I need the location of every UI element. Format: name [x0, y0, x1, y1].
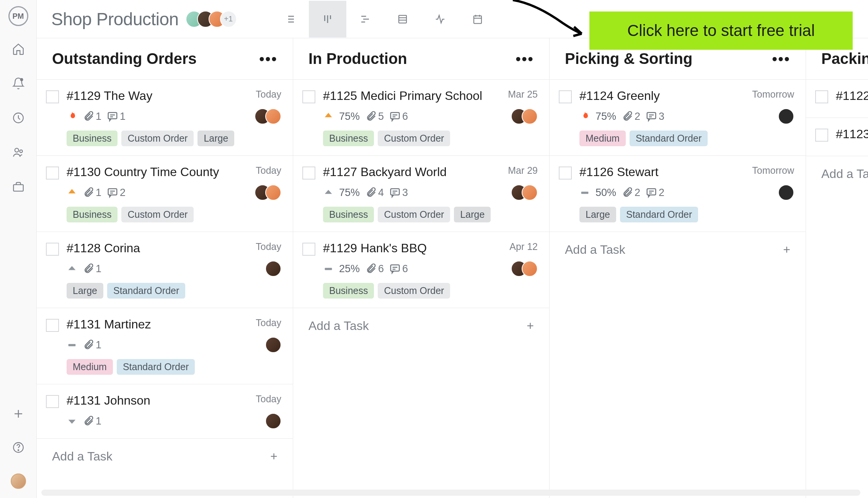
tag[interactable]: Large — [67, 283, 103, 299]
attachment-count[interactable]: 1 — [83, 187, 101, 199]
help-icon[interactable] — [11, 440, 26, 455]
assignee-avatars[interactable] — [511, 185, 538, 201]
assignee-avatars[interactable] — [265, 337, 281, 353]
attachment-count[interactable]: 1 — [83, 263, 101, 275]
task-card[interactable]: #1122 — [806, 80, 868, 118]
task-checkbox[interactable] — [559, 90, 572, 103]
horizontal-scrollbar[interactable] — [41, 490, 860, 496]
tag[interactable]: Large — [454, 207, 491, 222]
task-card[interactable]: #1126 Stewart Tomorrow 50%22 LargeStanda… — [550, 156, 806, 232]
tag[interactable]: Standard Order — [620, 207, 698, 222]
tag[interactable]: Business — [67, 207, 117, 222]
tag[interactable]: Custom Order — [121, 207, 194, 222]
notifications-icon[interactable] — [11, 76, 26, 91]
task-checkbox[interactable] — [46, 167, 59, 180]
add-task-button[interactable]: Add a Task+ — [37, 439, 293, 474]
task-checkbox[interactable] — [302, 243, 315, 256]
tag[interactable]: Business — [323, 207, 374, 222]
task-card[interactable]: #1131 Johnson Today 1 — [37, 384, 293, 439]
task-checkbox[interactable] — [815, 129, 828, 142]
team-icon[interactable] — [11, 145, 26, 160]
comment-count[interactable]: 2 — [107, 187, 126, 199]
svg-rect-18 — [647, 189, 656, 195]
members-overflow[interactable]: +1 — [220, 11, 237, 28]
task-card[interactable]: #1130 Country Time County Today 12 Busin… — [37, 156, 293, 232]
column-menu-icon[interactable]: ••• — [516, 55, 534, 63]
attachment-count[interactable]: 1 — [83, 111, 101, 122]
tag[interactable]: Medium — [67, 359, 113, 375]
comment-count[interactable]: 2 — [646, 187, 664, 199]
attachment-count[interactable]: 5 — [365, 111, 384, 122]
logo[interactable]: PM — [8, 6, 28, 26]
attachment-count[interactable]: 2 — [622, 187, 640, 199]
task-checkbox[interactable] — [46, 395, 59, 408]
tag[interactable]: Standard Order — [107, 283, 185, 299]
activity-view-tab[interactable] — [421, 1, 459, 38]
assignee-avatars[interactable] — [265, 413, 281, 429]
tag[interactable]: Business — [323, 283, 374, 299]
tag[interactable]: Standard Order — [630, 131, 708, 146]
recent-icon[interactable] — [11, 110, 26, 126]
tag[interactable]: Custom Order — [121, 131, 194, 146]
home-icon[interactable] — [11, 41, 26, 57]
task-checkbox[interactable] — [559, 167, 572, 180]
task-checkbox[interactable] — [46, 243, 59, 256]
attachment-count[interactable]: 4 — [365, 187, 384, 199]
add-task-button[interactable]: Add a Task+ — [550, 232, 806, 268]
tag[interactable]: Large — [197, 131, 234, 146]
tag[interactable]: Large — [579, 207, 616, 222]
task-card[interactable]: #1131 Martinez Today 1 MediumStandard Or… — [37, 308, 293, 384]
project-members[interactable]: +1 — [191, 11, 237, 28]
sheet-view-tab[interactable] — [384, 1, 421, 38]
user-avatar[interactable] — [11, 474, 26, 489]
comment-count[interactable]: 3 — [389, 187, 408, 199]
attachment-count[interactable]: 6 — [365, 263, 384, 275]
add-task-button[interactable]: Add a Task+ — [293, 308, 549, 344]
task-card[interactable]: #1125 Medici Primary School Mar 25 75%56… — [293, 80, 549, 156]
task-card[interactable]: #1127 Backyard World Mar 29 75%43 Busine… — [293, 156, 549, 232]
tag[interactable]: Custom Order — [378, 283, 450, 299]
task-card[interactable]: #1128 Corina Today 1 LargeStandard Order — [37, 232, 293, 308]
attachment-count[interactable]: 1 — [83, 339, 101, 351]
attachment-count[interactable]: 2 — [622, 111, 640, 122]
comment-count[interactable]: 1 — [107, 111, 126, 122]
task-card[interactable]: #1129 Hank's BBQ Apr 12 25%66 BusinessCu… — [293, 232, 549, 308]
briefcase-icon[interactable] — [11, 179, 26, 194]
column-menu-icon[interactable]: ••• — [259, 55, 277, 63]
tag[interactable]: Business — [67, 131, 117, 146]
add-task-button[interactable]: Add a Task+ — [806, 156, 868, 192]
assignee-avatars[interactable] — [255, 108, 281, 124]
tag[interactable]: Custom Order — [378, 207, 450, 222]
task-checkbox[interactable] — [302, 167, 315, 180]
assignee-avatars[interactable] — [511, 261, 538, 277]
comment-count[interactable]: 6 — [389, 111, 408, 122]
attachment-count[interactable]: 1 — [83, 415, 101, 427]
task-checkbox[interactable] — [46, 319, 59, 332]
add-icon[interactable] — [11, 406, 26, 421]
task-title: #1130 Country Time County — [67, 165, 219, 179]
comment-count[interactable]: 3 — [646, 111, 664, 122]
gantt-view-tab[interactable] — [346, 1, 384, 38]
comment-count[interactable]: 6 — [389, 263, 408, 275]
assignee-avatars[interactable] — [511, 108, 538, 124]
assignee-avatars[interactable] — [265, 261, 281, 277]
free-trial-button[interactable]: Click here to start free trial — [589, 11, 853, 50]
task-checkbox[interactable] — [46, 90, 59, 103]
assignee-avatars[interactable] — [778, 185, 794, 201]
column-menu-icon[interactable]: ••• — [772, 55, 790, 63]
sidebar: PM — [0, 0, 37, 498]
task-checkbox[interactable] — [815, 90, 828, 103]
task-card[interactable]: #1129 The Way Today 11 BusinessCustom Or… — [37, 80, 293, 156]
task-checkbox[interactable] — [302, 90, 315, 103]
task-card[interactable]: #1123 — [806, 118, 868, 156]
tag[interactable]: Medium — [579, 131, 626, 146]
assignee-avatars[interactable] — [255, 185, 281, 201]
tag[interactable]: Business — [323, 131, 374, 146]
tag[interactable]: Custom Order — [378, 131, 450, 146]
calendar-view-tab[interactable] — [459, 1, 496, 38]
tag[interactable]: Standard Order — [117, 359, 195, 375]
board-view-tab[interactable] — [309, 1, 346, 38]
assignee-avatars[interactable] — [778, 108, 794, 124]
list-view-tab[interactable] — [271, 1, 309, 38]
task-card[interactable]: #1124 Greenly Tomorrow 75%23 MediumStand… — [550, 80, 806, 156]
